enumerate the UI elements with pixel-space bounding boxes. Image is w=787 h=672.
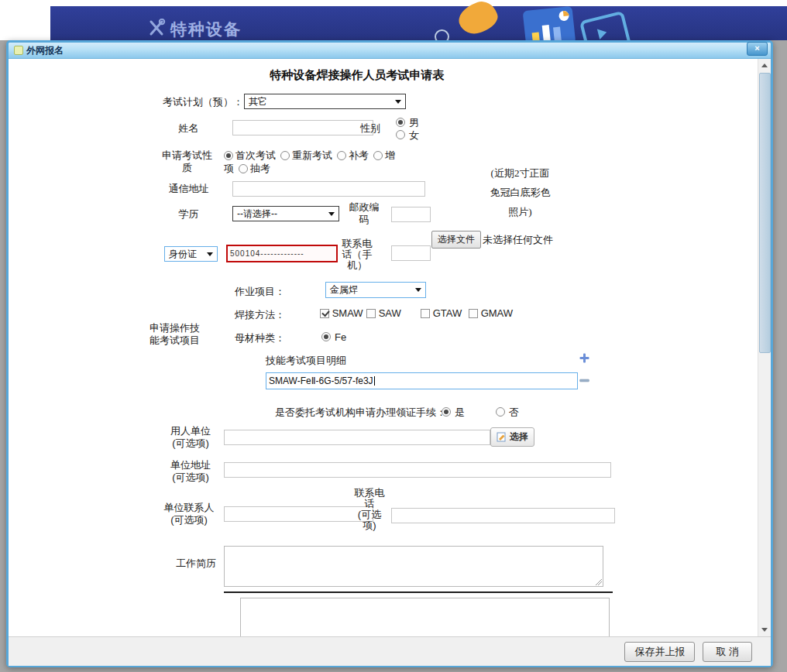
skill-detail-input[interactable]: SMAW-FeⅡ-6G-5/57-fe3J	[266, 372, 578, 389]
dialog-title: 外网报名	[26, 44, 64, 57]
checkbox-icon[interactable]	[469, 309, 478, 318]
exam-nature-option[interactable]: 重新考试	[280, 149, 332, 161]
file-status-text: 未选择任何文件	[483, 233, 553, 247]
employer-input[interactable]	[224, 430, 490, 445]
name-label: 姓名	[144, 122, 233, 135]
resume-label: 工作简历	[162, 557, 230, 570]
tools-icon	[148, 19, 167, 37]
address-label: 通信地址	[144, 183, 233, 195]
checkbox-icon[interactable]	[366, 309, 376, 318]
id-number-input[interactable]: 500104-------------	[226, 245, 338, 262]
radio-icon[interactable]	[337, 151, 346, 160]
banner-title: 特种设备	[170, 19, 242, 40]
choose-button-text: 选择	[510, 430, 528, 444]
delegate-label: 是否委托考试机构申请办理领证手续：	[275, 406, 446, 420]
save-submit-button[interactable]: 保存并上报	[624, 642, 695, 662]
radio-icon[interactable]	[239, 164, 248, 173]
option-text: 补考	[349, 149, 369, 161]
close-button[interactable]: ×	[747, 42, 768, 56]
option-text: SAW	[379, 307, 401, 319]
education-select[interactable]: --请选择--	[232, 206, 339, 221]
phone-input[interactable]	[391, 245, 431, 261]
employer-choose-button[interactable]: 选择	[490, 427, 534, 447]
base-material-fe-radio[interactable]	[321, 332, 331, 341]
postcode-label: 邮政编 码	[342, 201, 387, 226]
base-material-fe-text: Fe	[335, 331, 346, 343]
exam-nature-option[interactable]: 抽考	[239, 163, 270, 174]
delegate-no-text: 否	[509, 406, 519, 420]
form-title: 特种设备焊接操作人员考试申请表	[9, 68, 706, 83]
address-input[interactable]	[232, 181, 425, 197]
option-text: 首次考试	[235, 149, 276, 161]
job-project-select[interactable]: 金属焊	[325, 282, 426, 298]
scroll-down-button[interactable]	[758, 623, 771, 636]
delegate-no-radio[interactable]	[496, 407, 505, 417]
dialog-icon	[14, 46, 23, 55]
welding-option-gtaw[interactable]: GTAW	[421, 307, 462, 319]
radio-icon[interactable]	[224, 151, 233, 160]
welding-option-smaw[interactable]: SMAW	[320, 307, 363, 319]
job-project-label: 作业项目：	[235, 285, 285, 299]
exam-plan-select[interactable]: 其它	[244, 94, 406, 109]
education-value: --请选择--	[237, 208, 277, 219]
scrollbar-thumb[interactable]	[759, 73, 771, 353]
dropdown-arrow-icon	[328, 212, 335, 216]
orange-blob-decoration	[455, 0, 501, 38]
section-divider	[224, 591, 613, 593]
resume-textarea[interactable]	[224, 546, 603, 587]
page: 特种设备 外网报名 × 特种设备焊接操作人员考试申请表 考试计划（预）： 其它	[0, 0, 787, 672]
id-type-select[interactable]: 身份证	[164, 246, 218, 262]
add-row-icon[interactable]	[579, 353, 589, 363]
company-address-label: 单位地址 (可选项)	[152, 459, 229, 484]
exam-nature-options: 首次考试重新考试补考增项抽考	[224, 149, 400, 175]
skill-section-label: 申请操作技 能考试项目	[134, 322, 215, 347]
remove-row-icon[interactable]	[579, 375, 589, 386]
vertical-scrollbar[interactable]	[758, 59, 771, 636]
registration-dialog: 外网报名 × 特种设备焊接操作人员考试申请表 考试计划（预）： 其它 姓名 性别…	[6, 40, 773, 667]
checkbox-icon[interactable]	[421, 309, 430, 318]
gender-label: 性别	[347, 122, 394, 135]
exam-plan-label: 考试计划（预）：	[125, 96, 243, 108]
option-text: GTAW	[433, 307, 462, 319]
exam-nature-label: 申请考试性 质	[139, 149, 235, 174]
delegate-yes-radio[interactable]	[442, 407, 451, 417]
welding-method-label: 焊接方法：	[235, 308, 285, 322]
option-text: SMAW	[332, 307, 363, 319]
id-type-value: 身份证	[169, 249, 197, 259]
arrow-up-icon	[761, 63, 768, 67]
site-banner: 特种设备	[50, 6, 787, 40]
option-text: GMAW	[481, 307, 513, 319]
photo-note: (近期2寸正面 免冠白底彩色 照片)	[460, 163, 580, 221]
scroll-up-button[interactable]	[758, 59, 771, 72]
postcode-input[interactable]	[391, 207, 431, 222]
resize-handle[interactable]	[595, 578, 602, 585]
employer-label: 用人单位 (可选项)	[152, 425, 229, 450]
exam-nature-option[interactable]: 首次考试	[224, 149, 276, 161]
education-label: 学历	[144, 208, 233, 221]
exam-plan-value: 其它	[249, 96, 267, 107]
gender-male-radio[interactable]	[396, 118, 405, 127]
arrow-down-icon	[761, 628, 768, 632]
exam-nature-option[interactable]: 补考	[337, 149, 369, 161]
welding-option-gmaw[interactable]: GMAW	[469, 307, 513, 319]
gender-female-radio[interactable]	[396, 130, 405, 139]
dropdown-arrow-icon	[207, 252, 213, 256]
checkbox-icon[interactable]	[320, 309, 329, 318]
choose-file-button[interactable]: 选择文件	[431, 231, 481, 249]
dropdown-arrow-icon	[415, 288, 421, 292]
extra-notes-textarea[interactable]	[240, 598, 610, 636]
dialog-header[interactable]: 外网报名 ×	[9, 43, 771, 59]
radio-icon[interactable]	[280, 151, 290, 160]
form-content: 特种设备焊接操作人员考试申请表 考试计划（预）： 其它 姓名 性别 男 女 申请…	[9, 59, 771, 636]
pie-decoration	[558, 10, 569, 21]
delegate-yes-text: 是	[455, 406, 465, 420]
job-project-value: 金属焊	[330, 284, 358, 295]
company-phone-input[interactable]	[391, 508, 615, 523]
radio-icon[interactable]	[373, 151, 383, 160]
company-address-input[interactable]	[224, 462, 611, 478]
base-material-label: 母材种类：	[235, 331, 285, 345]
dialog-footer: 保存并上报 取 消	[9, 636, 771, 666]
welding-option-saw[interactable]: SAW	[366, 307, 401, 319]
cancel-button[interactable]: 取 消	[703, 642, 752, 662]
skill-detail-label: 技能考试项目明细	[266, 354, 346, 368]
